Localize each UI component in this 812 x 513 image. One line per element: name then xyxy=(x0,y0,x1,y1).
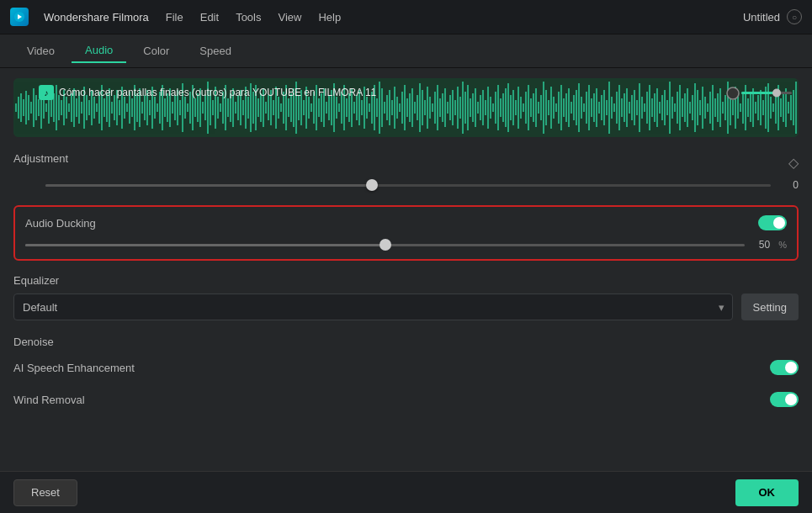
svg-rect-233 xyxy=(596,88,597,127)
svg-rect-284 xyxy=(724,95,726,120)
svg-rect-62 xyxy=(164,98,166,117)
svg-rect-170 xyxy=(437,85,438,130)
svg-rect-8 xyxy=(28,95,29,120)
svg-rect-219 xyxy=(560,85,562,130)
svg-rect-309 xyxy=(788,102,789,114)
svg-rect-41 xyxy=(111,102,113,114)
svg-rect-253 xyxy=(646,92,648,124)
svg-rect-166 xyxy=(427,87,428,129)
svg-rect-252 xyxy=(644,103,645,112)
svg-rect-143 xyxy=(369,103,370,112)
svg-rect-271 xyxy=(692,95,693,120)
svg-rect-32 xyxy=(88,100,90,115)
svg-rect-296 xyxy=(755,102,756,114)
tab-video[interactable]: Video xyxy=(13,40,68,62)
svg-rect-204 xyxy=(523,103,524,112)
svg-rect-190 xyxy=(487,87,489,129)
svg-rect-260 xyxy=(664,90,666,125)
ai-speech-label: AI Speech Enhancement xyxy=(13,362,135,374)
svg-rect-148 xyxy=(381,88,383,127)
svg-rect-290 xyxy=(740,103,741,112)
svg-rect-134 xyxy=(346,98,348,117)
svg-rect-152 xyxy=(391,100,393,115)
adjustment-section: Adjustment ◇ 0 xyxy=(0,144,812,202)
svg-rect-227 xyxy=(581,97,582,119)
svg-rect-264 xyxy=(674,103,676,112)
svg-rect-186 xyxy=(477,102,479,114)
svg-rect-234 xyxy=(598,102,600,114)
menu-view[interactable]: View xyxy=(276,8,303,27)
svg-rect-228 xyxy=(583,103,585,112)
svg-point-313 xyxy=(727,87,739,99)
menu-tools[interactable]: Tools xyxy=(234,8,263,27)
svg-rect-172 xyxy=(442,93,443,122)
ok-button[interactable]: OK xyxy=(735,479,799,506)
svg-rect-81 xyxy=(212,100,214,115)
svg-rect-151 xyxy=(389,90,390,125)
svg-rect-208 xyxy=(533,93,534,122)
menu-edit[interactable]: Edit xyxy=(199,8,220,27)
waveform-section: ♪ Cómo hacer pantallas finales (outros) … xyxy=(13,78,799,137)
svg-rect-175 xyxy=(449,95,451,120)
svg-rect-188 xyxy=(482,90,484,125)
main-content: ♪ Cómo hacer pantallas finales (outros) … xyxy=(0,68,812,513)
svg-rect-90 xyxy=(235,102,236,114)
audio-ducking-toggle[interactable] xyxy=(758,215,787,230)
svg-rect-169 xyxy=(434,92,436,124)
svg-rect-198 xyxy=(507,83,509,132)
svg-rect-146 xyxy=(376,98,378,117)
svg-rect-21 xyxy=(61,100,62,115)
svg-rect-250 xyxy=(639,83,640,132)
music-icon: ♪ xyxy=(39,85,54,100)
svg-rect-315 xyxy=(741,92,777,94)
svg-rect-267 xyxy=(682,98,683,117)
svg-rect-278 xyxy=(709,92,711,124)
svg-rect-199 xyxy=(510,95,512,120)
equalizer-setting-button[interactable]: Setting xyxy=(741,294,799,320)
ai-speech-toggle[interactable] xyxy=(770,360,799,375)
svg-rect-238 xyxy=(608,82,610,134)
svg-rect-176 xyxy=(452,90,454,125)
menu-help[interactable]: Help xyxy=(316,8,342,27)
svg-rect-189 xyxy=(485,100,486,115)
svg-rect-221 xyxy=(565,93,567,122)
title-bar-right: Untitled ○ xyxy=(743,9,802,24)
svg-rect-207 xyxy=(530,98,532,117)
reset-button[interactable]: Reset xyxy=(13,479,77,506)
svg-rect-226 xyxy=(578,83,580,132)
svg-rect-223 xyxy=(571,102,572,114)
svg-rect-235 xyxy=(601,95,602,120)
svg-rect-269 xyxy=(687,88,688,127)
adjustment-slider[interactable] xyxy=(45,177,771,193)
svg-rect-310 xyxy=(790,95,792,120)
tab-color[interactable]: Color xyxy=(130,40,183,62)
bottom-bar: Reset OK xyxy=(0,471,812,513)
wind-removal-toggle[interactable] xyxy=(770,392,799,407)
svg-rect-153 xyxy=(394,87,395,129)
ducking-slider[interactable] xyxy=(25,244,745,246)
svg-rect-137 xyxy=(353,102,355,114)
svg-rect-173 xyxy=(444,88,446,127)
ai-speech-row: AI Speech Enhancement xyxy=(0,352,812,383)
svg-rect-167 xyxy=(429,97,431,119)
svg-rect-123 xyxy=(318,98,320,117)
app-name: Wondershare Filmora xyxy=(44,11,149,24)
svg-rect-150 xyxy=(386,95,388,120)
svg-rect-131 xyxy=(338,103,340,112)
equalizer-select[interactable]: Default Classical Deep Electronic Hip-Ho… xyxy=(13,294,733,320)
svg-rect-174 xyxy=(447,102,448,114)
svg-rect-160 xyxy=(411,88,413,127)
svg-point-316 xyxy=(772,89,781,98)
svg-rect-71 xyxy=(187,103,188,112)
tab-audio[interactable]: Audio xyxy=(72,39,126,63)
project-settings-icon[interactable]: ○ xyxy=(787,9,802,24)
svg-rect-275 xyxy=(702,87,703,129)
svg-rect-177 xyxy=(454,100,456,115)
svg-rect-168 xyxy=(432,103,433,112)
menu-file[interactable]: File xyxy=(164,8,185,27)
tab-speed[interactable]: Speed xyxy=(186,40,245,62)
adjustment-diamond-icon: ◇ xyxy=(788,155,799,171)
svg-rect-256 xyxy=(654,93,655,122)
svg-rect-258 xyxy=(659,102,661,114)
wind-removal-label: Wind Removal xyxy=(13,394,85,406)
